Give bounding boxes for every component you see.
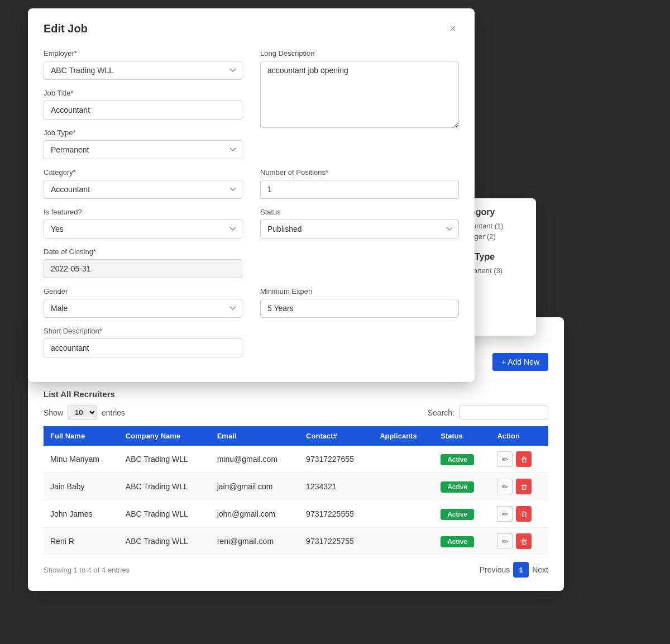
long-desc-group: Long Description accountant job opening	[260, 49, 459, 159]
status-badge: Active	[441, 454, 474, 465]
table-header-contact-: Contact#	[299, 426, 373, 446]
status-group: Status Published	[260, 208, 459, 238]
category-group: Category* Accountant	[44, 168, 242, 199]
modal-close-button[interactable]: ×	[446, 22, 459, 36]
previous-button[interactable]: Previous	[480, 565, 510, 574]
long-desc-label: Long Description	[260, 49, 459, 58]
gender-group: Gender Male	[44, 287, 242, 318]
status-badge: Active	[441, 481, 474, 493]
search-label: Search:	[428, 408, 454, 417]
table-row: John JamesABC Trading WLLjohn@gmail.com9…	[44, 500, 548, 528]
edit-button[interactable]: ✏	[497, 506, 513, 522]
table-cell: john@gmail.com	[210, 500, 299, 528]
table-cell: minu@gmail.com	[210, 446, 299, 473]
action-cell: ✏ 🗑	[490, 473, 548, 500]
status-badge: Active	[441, 536, 474, 547]
table-cell: Jain Baby	[44, 473, 119, 500]
status-cell: Active	[434, 500, 490, 528]
search-input[interactable]	[459, 406, 548, 419]
category-select[interactable]: Accountant	[44, 180, 242, 199]
num-positions-group: Number of Positions*	[260, 168, 459, 199]
table-cell: Reni R	[44, 528, 119, 555]
next-button[interactable]: Next	[532, 565, 548, 574]
search-box: Search:	[428, 406, 548, 419]
show-entries-select[interactable]: 10	[68, 406, 97, 419]
table-row: Minu MariyamABC Trading WLLminu@gmail.co…	[44, 446, 548, 473]
action-buttons: ✏ 🗑	[497, 479, 542, 494]
employer-select[interactable]: ABC Trading WLL	[44, 61, 242, 80]
status-cell: Active	[434, 473, 490, 500]
modal-header: Edit Job ×	[44, 22, 459, 36]
short-desc-input[interactable]	[44, 338, 242, 357]
delete-button[interactable]: 🗑	[516, 533, 532, 549]
num-positions-input[interactable]	[260, 180, 459, 199]
table-cell	[373, 500, 434, 528]
form-grid: Employer* ABC Trading WLL Long Descripti…	[44, 49, 459, 366]
table-cell: ABC Trading WLL	[119, 473, 210, 500]
table-cell: John James	[44, 500, 119, 528]
date-closing-group: Date of Closing*	[44, 247, 242, 278]
job-title-input[interactable]	[44, 101, 242, 120]
employer-label: Employer*	[44, 49, 242, 58]
status-select[interactable]: Published	[260, 220, 459, 238]
edit-button[interactable]: ✏	[497, 451, 513, 467]
gender-select[interactable]: Male	[44, 299, 242, 318]
job-type-select[interactable]: Permanent	[44, 140, 242, 159]
table-cell: 97317227655	[299, 446, 373, 473]
delete-button[interactable]: 🗑	[516, 479, 532, 494]
action-cell: ✏ 🗑	[490, 528, 548, 555]
table-row: Jain BabyABC Trading WLLjain@gmail.com12…	[44, 473, 548, 500]
table-header-email: Email	[210, 426, 299, 446]
delete-button[interactable]: 🗑	[516, 506, 532, 522]
table-cell: ABC Trading WLL	[119, 446, 210, 473]
table-cell: ABC Trading WLL	[119, 500, 210, 528]
is-featured-select[interactable]: Yes	[44, 220, 242, 238]
add-new-button[interactable]: + Add New	[492, 353, 548, 371]
table-cell	[373, 446, 434, 473]
table-cell: reni@gmail.com	[210, 528, 299, 555]
min-exp-input[interactable]	[260, 299, 459, 318]
action-buttons: ✏ 🗑	[497, 533, 542, 549]
table-row: Reni RABC Trading WLLreni@gmail.com97317…	[44, 528, 548, 555]
min-exp-group: Minimum Experi	[260, 287, 459, 318]
table-header-applicants: Applicants	[373, 426, 434, 446]
show-entries: Show 10 entries	[44, 406, 125, 419]
date-closing-input[interactable]	[44, 259, 242, 278]
table-cell: 1234321	[299, 473, 373, 500]
status-cell: Active	[434, 446, 490, 473]
table-header-company-name: Company Name	[119, 426, 210, 446]
edit-button[interactable]: ✏	[497, 479, 513, 494]
category-label: Category*	[44, 168, 242, 176]
num-positions-label: Number of Positions*	[260, 168, 459, 176]
employer-group: Employer* ABC Trading WLL	[44, 49, 242, 80]
table-header-status: Status	[434, 426, 490, 446]
table-controls: Show 10 entries Search:	[44, 406, 548, 419]
table-cell	[373, 528, 434, 555]
table-header-action: Action	[490, 426, 548, 446]
pagination: Previous 1 Next	[480, 562, 548, 578]
table-footer: Showing 1 to 4 of 4 entries Previous 1 N…	[44, 562, 548, 578]
short-desc-group: Short Description*	[44, 327, 242, 357]
table-cell: 97317225555	[299, 500, 373, 528]
edit-button[interactable]: ✏	[497, 533, 513, 549]
job-type-label: Job Type*	[44, 128, 242, 137]
action-buttons: ✏ 🗑	[497, 506, 542, 522]
is-featured-label: Is featured?	[44, 208, 242, 216]
is-featured-group: Is featured? Yes	[44, 208, 242, 238]
min-exp-label: Minimum Experi	[260, 287, 459, 295]
job-title-group: Job Title*	[44, 89, 242, 120]
delete-button[interactable]: 🗑	[516, 451, 532, 467]
list-all-label: List All Recruiters	[44, 389, 548, 399]
edit-job-modal: Edit Job × Employer* ABC Trading WLL Lon…	[28, 8, 475, 382]
showing-text: Showing 1 to 4 of 4 entries	[44, 566, 130, 574]
page-number[interactable]: 1	[513, 562, 529, 578]
table-cell: 97317225755	[299, 528, 373, 555]
table-cell: ABC Trading WLL	[119, 528, 210, 555]
table-cell: jain@gmail.com	[210, 473, 299, 500]
status-badge: Active	[441, 509, 474, 520]
gender-label: Gender	[44, 287, 242, 295]
date-closing-label: Date of Closing*	[44, 247, 242, 256]
long-desc-textarea[interactable]: accountant job opening	[260, 61, 459, 128]
job-title-label: Job Title*	[44, 89, 242, 97]
recruiters-table: Full NameCompany NameEmailContact#Applic…	[44, 426, 548, 555]
